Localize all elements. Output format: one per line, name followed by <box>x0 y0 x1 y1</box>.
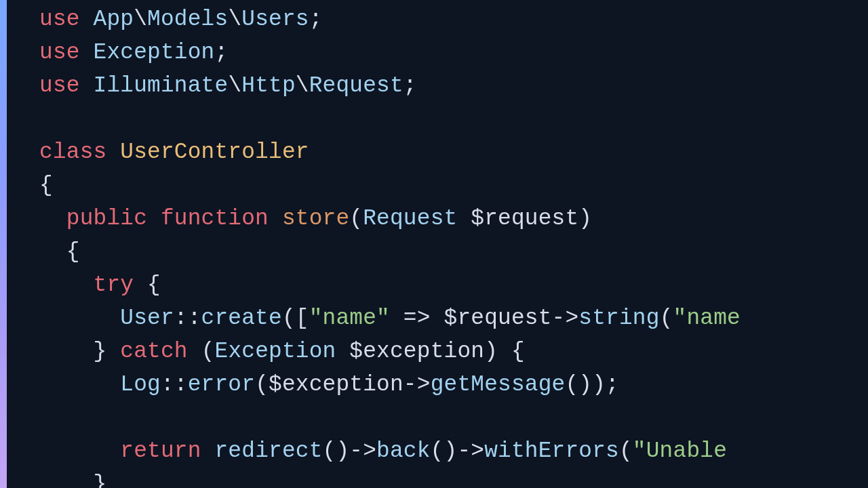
code-line: User::create(["name" => $request->string… <box>39 306 741 331</box>
token-kw: use <box>39 7 80 32</box>
token-kw: use <box>39 73 80 98</box>
token-ns: User <box>120 306 174 331</box>
token-punc: { <box>147 272 161 298</box>
token-ns: Models <box>147 7 228 32</box>
token-kw: function <box>161 206 269 231</box>
code-line: { <box>39 173 53 198</box>
accent-bar <box>0 0 7 488</box>
token-op: -> <box>552 306 579 331</box>
token-op: \ <box>134 7 147 32</box>
token-str: "Unable <box>633 439 727 464</box>
token-op: => <box>403 306 431 331</box>
token-call: withErrors <box>484 439 619 464</box>
token-punc: ; <box>214 40 228 65</box>
token-punc: () <box>431 439 458 464</box>
token-op: \ <box>228 7 241 32</box>
token-call: create <box>201 306 282 331</box>
code-line: } catch (Exception $exception) { <box>39 339 525 364</box>
token-op: :: <box>174 306 201 331</box>
token-kw: use <box>39 40 80 65</box>
code-line: return redirect()->back()->withErrors("U… <box>39 439 727 464</box>
token-op: \ <box>296 73 309 98</box>
token-punc: ( <box>201 339 215 364</box>
token-ns: Exception <box>94 40 215 65</box>
token-ns: Log <box>120 372 161 397</box>
code-line: } <box>39 472 106 488</box>
token-kw: try <box>94 272 134 298</box>
token-kw: public <box>66 206 147 231</box>
token-punc: ( <box>255 372 269 397</box>
token-ns: Exception <box>215 339 336 364</box>
token-punc: { <box>66 239 80 264</box>
token-kw: catch <box>120 339 187 364</box>
token-punc: () <box>323 439 350 464</box>
token-class: UserController <box>120 140 309 165</box>
token-op: \ <box>228 73 241 98</box>
token-call: redirect <box>214 439 322 464</box>
code-line: use App\Models\Users; <box>39 7 323 32</box>
token-var: $request <box>471 206 578 231</box>
token-punc: ( <box>349 206 363 231</box>
token-punc: ; <box>309 7 323 32</box>
token-punc: { <box>511 339 525 364</box>
token-punc: ()); <box>565 372 619 397</box>
token-kw: return <box>120 439 201 464</box>
token-ns: Request <box>309 73 403 98</box>
code-block: use App\Models\Users; use Exception; use… <box>39 3 741 488</box>
token-fn: store <box>282 206 349 231</box>
token-punc: ( <box>660 306 673 331</box>
token-str: "name" <box>309 306 390 331</box>
code-frame: use App\Models\Users; use Exception; use… <box>0 0 868 488</box>
code-line: { <box>39 239 80 264</box>
code-line: use Illuminate\Http\Request; <box>39 73 417 98</box>
token-ns: Http <box>241 73 296 98</box>
token-str: "name <box>673 306 741 331</box>
token-punc: ; <box>403 73 417 98</box>
token-punc: ([ <box>282 306 309 331</box>
token-op: :: <box>161 372 188 397</box>
token-var: $request <box>444 306 552 331</box>
code-line: Log::error($exception->getMessage()); <box>39 372 619 397</box>
token-var: $exception <box>269 372 403 397</box>
token-ns: App <box>94 7 134 32</box>
token-punc: } <box>94 339 107 364</box>
token-call: string <box>578 306 659 331</box>
code-line: class UserController <box>39 140 309 165</box>
token-punc: ( <box>619 439 633 464</box>
token-punc: { <box>39 173 53 198</box>
token-var: $exception <box>349 339 484 364</box>
code-line: try { <box>39 272 161 298</box>
token-call: back <box>376 439 431 464</box>
token-ns: Users <box>241 7 309 32</box>
token-punc: ) <box>578 206 592 231</box>
code-line: use Exception; <box>39 40 228 65</box>
token-punc: ) <box>484 339 498 364</box>
token-ns: Request <box>363 206 457 231</box>
token-call: error <box>188 372 255 397</box>
token-ns: Illuminate <box>94 73 229 98</box>
token-punc: } <box>94 472 107 488</box>
token-op: -> <box>349 439 376 464</box>
code-line: public function store(Request $request) <box>39 206 592 231</box>
token-call: getMessage <box>431 372 566 397</box>
token-kw: class <box>39 140 106 165</box>
token-op: -> <box>403 372 431 397</box>
token-op: -> <box>457 439 484 464</box>
